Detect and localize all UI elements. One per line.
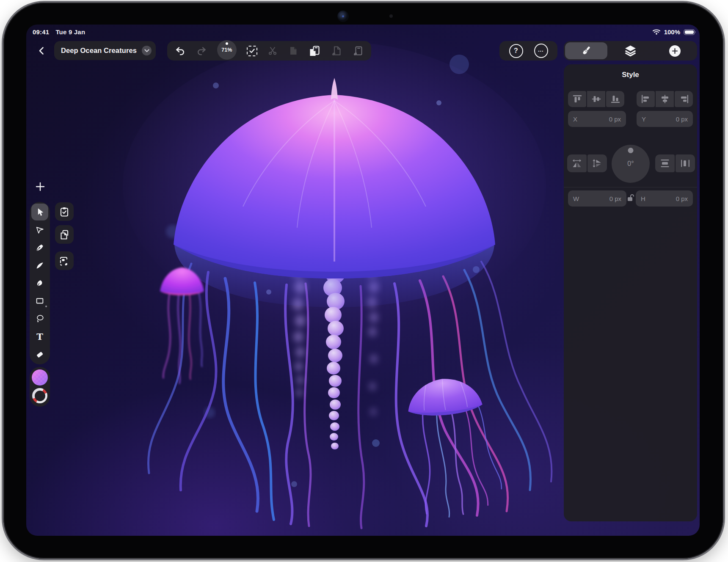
- tab-layers[interactable]: [624, 45, 637, 57]
- align-left-icon: [641, 95, 651, 103]
- zoom-level-button[interactable]: 71%: [217, 40, 237, 60]
- cursor-icon: [35, 207, 44, 217]
- x-value: 0 px: [609, 116, 621, 123]
- tool-move[interactable]: [31, 204, 48, 220]
- zoom-dot-icon: [226, 42, 228, 45]
- help-toolbar: ? •••: [499, 41, 557, 61]
- align-vertical-center-icon: [592, 95, 601, 103]
- copy-document-icon: [287, 45, 298, 56]
- tab-style-brush[interactable]: [565, 42, 607, 59]
- battery-icon: [684, 29, 696, 35]
- clock: 09:41: [33, 28, 49, 36]
- tool-pen[interactable]: [30, 239, 50, 256]
- height-field[interactable]: H 0 px: [636, 190, 693, 207]
- tool-pencil[interactable]: [30, 256, 50, 274]
- select-check-icon: [247, 46, 257, 56]
- distribute-horizontal-icon: [681, 159, 690, 168]
- redo-icon: [196, 45, 207, 56]
- plus-icon: [36, 182, 45, 191]
- front-camera: [337, 11, 349, 22]
- quick-place-image-button[interactable]: [55, 251, 74, 270]
- layers-icon: [624, 45, 637, 57]
- tool-lasso[interactable]: [30, 310, 50, 328]
- distribute-vertical-icon: [660, 159, 670, 168]
- width-field[interactable]: W 0 px: [568, 190, 626, 207]
- more-options-button[interactable]: •••: [534, 44, 548, 58]
- tool-text[interactable]: T: [30, 328, 50, 345]
- style-panel: Style: [564, 64, 697, 521]
- align-top-icon: [573, 95, 582, 103]
- rotation-knob[interactable]: [628, 148, 634, 153]
- tool-palette: T: [30, 202, 50, 364]
- document-title: Deep Ocean Creatures: [61, 47, 137, 55]
- align-bottom-icon: [611, 95, 620, 103]
- y-label: Y: [642, 116, 646, 123]
- y-position-field[interactable]: Y 0 px: [637, 111, 693, 127]
- help-button[interactable]: ?: [509, 44, 523, 58]
- add-tool-button[interactable]: [30, 177, 50, 196]
- aspect-lock-toggle[interactable]: [627, 193, 634, 203]
- clipboard-check-icon: [59, 207, 69, 217]
- redo-button[interactable]: [196, 45, 207, 56]
- back-button[interactable]: [32, 41, 51, 60]
- pencil-tip-icon: [35, 261, 44, 270]
- help-icon: ?: [509, 44, 523, 58]
- main-toolbar: 71%: [167, 41, 371, 61]
- plus-icon: [672, 48, 678, 54]
- document-title-menu[interactable]: Deep Ocean Creatures: [54, 41, 156, 60]
- scissors-icon: [267, 46, 278, 56]
- h-value: 0 px: [676, 195, 688, 202]
- eraser-icon: [35, 350, 44, 359]
- stroke-color-swatch[interactable]: [32, 388, 47, 403]
- distribute-horizontal-button[interactable]: [676, 154, 695, 172]
- rectangle-icon: [35, 296, 44, 306]
- duplicate-page-icon: [59, 229, 70, 240]
- flip-vertical-button[interactable]: [587, 154, 607, 172]
- align-vertical-center-button[interactable]: [587, 91, 605, 107]
- align-horizontal-group: [637, 91, 693, 107]
- place-inside-button[interactable]: [352, 45, 364, 56]
- tool-shape[interactable]: [30, 292, 50, 310]
- color-swatches: [30, 367, 50, 407]
- chevron-down-icon: [144, 49, 149, 52]
- w-value: 0 px: [609, 195, 621, 202]
- tool-eraser[interactable]: [30, 345, 50, 363]
- flip-horizontal-button[interactable]: [567, 154, 587, 172]
- rotation-dial[interactable]: 0°: [612, 145, 650, 183]
- x-position-field[interactable]: X 0 px: [568, 111, 626, 127]
- zoom-level-label: 71%: [221, 47, 232, 53]
- undo-icon: [175, 45, 186, 56]
- copy-button[interactable]: [287, 45, 298, 56]
- screenshot-stage: { "status_bar": { "time": "09:41", "date…: [0, 0, 728, 562]
- add-object-button[interactable]: [669, 45, 681, 57]
- w-label: W: [573, 195, 579, 202]
- align-left-button[interactable]: [637, 91, 655, 107]
- align-horizontal-center-icon: [660, 95, 670, 103]
- align-bottom-button[interactable]: [606, 91, 624, 107]
- status-bar-left: 09:41 Tue 9 Jan: [33, 28, 85, 36]
- paste-button[interactable]: [309, 45, 320, 57]
- fill-color-swatch[interactable]: [32, 369, 48, 386]
- distribute-vertical-button[interactable]: [655, 154, 675, 172]
- chevron-left-icon: [37, 46, 47, 55]
- title-dropdown-button[interactable]: [142, 46, 152, 55]
- brush-icon: [581, 45, 592, 56]
- h-label: H: [641, 195, 645, 202]
- stroke-swatch-hole: [35, 391, 45, 401]
- paste-style-button[interactable]: [331, 45, 342, 56]
- select-all-button[interactable]: [247, 46, 257, 56]
- quick-duplicate-button[interactable]: [55, 225, 74, 244]
- cut-button[interactable]: [267, 46, 278, 56]
- tool-brush[interactable]: [30, 274, 50, 292]
- tool-node-select[interactable]: [30, 221, 50, 239]
- undo-button[interactable]: [175, 45, 186, 56]
- distribute-group: [655, 154, 695, 172]
- align-top-button[interactable]: [568, 91, 586, 107]
- wifi-icon: [652, 29, 661, 35]
- align-vertical-group: [568, 91, 624, 107]
- quick-paste-button[interactable]: [55, 202, 74, 221]
- flip-vertical-icon: [592, 159, 602, 168]
- align-horizontal-center-button[interactable]: [656, 91, 674, 107]
- align-right-icon: [679, 95, 689, 103]
- align-right-button[interactable]: [675, 91, 693, 107]
